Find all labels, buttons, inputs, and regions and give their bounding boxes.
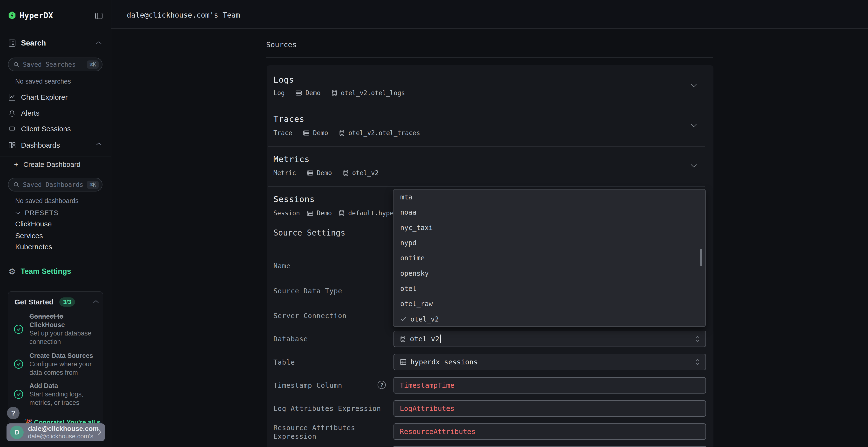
shortcut-badge: ⌘K — [87, 61, 99, 69]
table-select[interactable]: hyperdx_sessions — [394, 354, 706, 370]
get-started-header[interactable]: Get Started 3/3 — [14, 297, 75, 307]
server-icon — [307, 210, 313, 216]
server-icon — [307, 170, 313, 176]
table-icon — [400, 358, 406, 365]
server-icon — [296, 90, 302, 96]
check-circle-icon — [13, 359, 24, 369]
divider — [266, 57, 713, 58]
sources-heading: Sources — [266, 40, 297, 49]
scrollbar-thumb[interactable] — [700, 249, 702, 266]
dropdown-option[interactable]: nypd — [394, 235, 705, 250]
no-saved-searches-text: No saved searches — [15, 78, 71, 85]
dropdown-option[interactable]: otel_raw — [394, 296, 705, 311]
chevron-right-icon — [98, 429, 101, 436]
sidebar-item-label: Alerts — [21, 109, 39, 117]
resource-attributes-value: ResourceAttributes — [400, 427, 475, 436]
step-title: Connect to ClickHouse — [29, 312, 99, 329]
help-button[interactable]: ? — [7, 407, 20, 419]
collapse-sidebar-icon[interactable] — [95, 12, 103, 19]
text-cursor — [440, 335, 441, 343]
presets-toggle[interactable]: PRESETS — [15, 209, 59, 217]
source-card-title: Sessions — [273, 194, 315, 204]
source-settings-heading: Source Settings — [273, 228, 345, 238]
get-started-partial-step: 🎉 Congrats! You're all set! — [24, 419, 101, 423]
search-icon — [13, 61, 20, 68]
dropdown-option[interactable]: otel — [394, 281, 705, 296]
sidebar-item-kubernetes[interactable]: Kubernetes — [15, 243, 52, 251]
database-icon — [339, 130, 345, 136]
search-icon — [13, 182, 20, 188]
source-card-meta: Log Demo otel_v2.otel_logs — [273, 89, 405, 97]
sidebar-item-client-sessions[interactable]: Client Sessions — [8, 124, 71, 134]
dropdown-option-selected[interactable]: otel_v2 — [394, 311, 705, 326]
get-started-step[interactable]: Connect to ClickHouse Set up your databa… — [29, 312, 99, 346]
step-title: Add Data — [29, 382, 102, 390]
get-started-step[interactable]: Create Data Sources Configure where your… — [29, 352, 99, 377]
dropdown-option[interactable]: ontime — [394, 250, 705, 266]
search-list-icon — [8, 39, 16, 47]
database-select[interactable]: otel_v2 — [394, 331, 706, 347]
sidebar-item-chart-explorer[interactable]: Chart Explorer — [8, 92, 67, 102]
create-dashboard-button[interactable]: + Create Dashboard — [14, 160, 81, 169]
chevron-up-icon[interactable] — [96, 142, 102, 145]
no-saved-dashboards-text: No saved dashboards — [15, 197, 79, 205]
saved-searches-input[interactable]: Saved Searches ⌘K — [8, 58, 102, 71]
sidebar-item-search[interactable]: Search — [8, 38, 46, 48]
sidebar-item-clickhouse[interactable]: ClickHouse — [15, 220, 52, 228]
timestamp-column-value: TimestampTime — [400, 381, 455, 389]
sidebar-item-team-settings[interactable]: ⚙ Team Settings — [8, 266, 71, 276]
database-dropdown: mta noaa nyc_taxi nypd ontime opensky ot… — [393, 189, 706, 327]
database-icon — [331, 90, 338, 96]
page-header: dale@clickhouse.com's Team — [112, 0, 868, 29]
chart-explorer-icon — [8, 94, 16, 101]
timestamp-column-input[interactable]: TimestampTime — [394, 377, 706, 393]
step-title: Create Data Sources — [29, 352, 99, 360]
check-icon — [400, 316, 406, 322]
divider — [268, 186, 705, 187]
log-attributes-input[interactable]: LogAttributes — [394, 400, 706, 417]
source-card-meta: Metric Demo otel_v2 — [273, 169, 378, 176]
user-menu[interactable]: D dale@clickhouse.com dale@clickhouse.co… — [6, 423, 105, 441]
chevron-up-icon[interactable] — [96, 41, 102, 44]
field-label-log-attributes: Log Attributes Expression — [273, 405, 381, 413]
sidebar-item-dashboards[interactable]: Dashboards — [8, 140, 60, 150]
source-card-meta: Trace Demo otel_v2.otel_traces — [273, 129, 420, 137]
avatar: D — [10, 425, 24, 439]
user-team: dale@clickhouse.com's — [28, 433, 98, 440]
chevron-down-icon[interactable] — [690, 164, 697, 168]
help-circle-icon[interactable]: ? — [378, 381, 386, 389]
divider — [0, 157, 111, 157]
dropdown-option[interactable]: nyc_taxi — [394, 220, 705, 235]
get-started-step[interactable]: Add Data Start sending logs, metrics, or… — [29, 382, 102, 407]
chevron-down-icon[interactable] — [690, 83, 697, 88]
partial-input-edge — [394, 446, 706, 447]
page-title: dale@clickhouse.com's Team — [127, 11, 240, 19]
source-card-title: Logs — [273, 75, 294, 84]
sidebar-item-alerts[interactable]: Alerts — [8, 108, 39, 118]
gear-icon: ⚙ — [8, 267, 16, 276]
select-chevrons-icon[interactable] — [695, 358, 700, 366]
divider — [268, 146, 705, 147]
table-value: hyperdx_sessions — [410, 358, 478, 366]
saved-searches-placeholder: Saved Searches — [23, 61, 87, 68]
logo-row[interactable]: HyperDX — [8, 10, 53, 20]
select-chevrons-icon[interactable] — [695, 335, 700, 342]
shortcut-badge: ⌘K — [87, 181, 99, 189]
chevron-up-icon[interactable] — [93, 300, 99, 303]
database-icon — [343, 170, 349, 176]
team-settings-label: Team Settings — [21, 267, 71, 276]
dropdown-option[interactable]: opensky — [394, 266, 705, 281]
saved-dashboards-input[interactable]: Saved Dashboards ⌘K — [8, 178, 102, 192]
bell-icon — [8, 110, 16, 117]
step-desc: Start sending logs, metrics, or traces — [29, 390, 102, 407]
field-label-server-connection: Server Connection — [273, 312, 347, 320]
log-attributes-value: LogAttributes — [400, 404, 455, 413]
resource-attributes-input[interactable]: ResourceAttributes — [394, 423, 706, 440]
field-label-resource-attributes: Resource Attributes Expression — [273, 424, 375, 441]
dropdown-option[interactable]: noaa — [394, 205, 705, 220]
app-window: HyperDX Search — [0, 0, 868, 447]
presets-label: PRESETS — [25, 209, 59, 217]
chevron-down-icon[interactable] — [690, 124, 697, 128]
dropdown-option[interactable]: mta — [394, 190, 705, 205]
sidebar-item-services[interactable]: Services — [15, 232, 43, 240]
